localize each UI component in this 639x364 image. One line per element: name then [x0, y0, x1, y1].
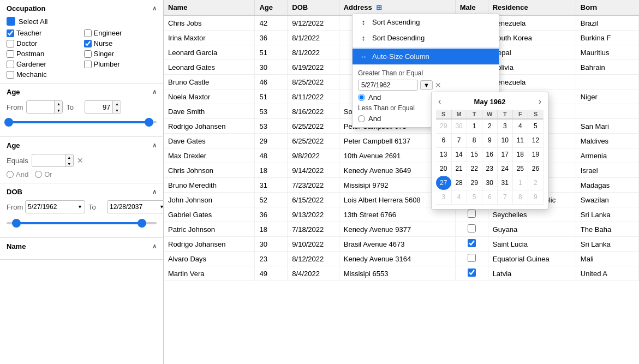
calendar-day[interactable]: 20	[436, 162, 451, 176]
postman-checkbox[interactable]	[7, 50, 14, 58]
age-to-up-arrow[interactable]: ▲	[113, 100, 121, 107]
calendar-day[interactable]: 3	[436, 190, 451, 204]
filter-and-radio-2[interactable]	[358, 115, 365, 122]
greater-than-clear-btn[interactable]: ✕	[435, 81, 441, 89]
calendar-day[interactable]: 2	[482, 119, 497, 133]
calendar-day[interactable]: 5	[528, 119, 543, 133]
gardener-checkbox[interactable]	[7, 61, 14, 68]
dob-section-header[interactable]: DOB ∧	[7, 188, 157, 196]
cell-male[interactable]	[455, 252, 488, 266]
col-name[interactable]: Name	[164, 0, 255, 15]
and-radio[interactable]	[7, 171, 14, 178]
occupation-section-header[interactable]: Occupation ∧	[7, 4, 157, 13]
age-slider-left-thumb[interactable]	[4, 118, 13, 127]
calendar-day[interactable]: 3	[497, 119, 512, 133]
auto-size-column-item[interactable]: ↔ Auto-Size Column	[353, 49, 499, 64]
male-checkbox[interactable]	[468, 224, 476, 232]
greater-than-dropdown-btn[interactable]: ▼	[420, 80, 433, 90]
calendar-day[interactable]: 9	[528, 190, 543, 204]
or-radio-item[interactable]: Or	[35, 170, 52, 178]
age-from-up-arrow[interactable]: ▲	[55, 100, 62, 107]
calendar-day[interactable]: 27	[436, 176, 451, 190]
male-checkbox[interactable]	[468, 268, 476, 277]
age-from-input[interactable]	[27, 103, 54, 111]
dob-from-select[interactable]: 5/27/1962 ▼	[25, 200, 85, 213]
calendar-day[interactable]: 6	[482, 190, 497, 204]
dob-range-slider[interactable]	[7, 218, 157, 229]
col-residence[interactable]: Residence	[488, 0, 576, 15]
calendar-prev-btn[interactable]: ‹	[436, 97, 443, 106]
calendar-day[interactable]: 15	[467, 147, 482, 162]
equals-down-arrow[interactable]: ▼	[65, 160, 73, 167]
calendar-day[interactable]: 14	[451, 147, 467, 162]
checkbox-singer[interactable]: Singer	[84, 50, 157, 58]
calendar-day[interactable]: 12	[528, 133, 543, 147]
checkbox-engineer[interactable]: Engineer	[84, 29, 157, 37]
singer-checkbox[interactable]	[84, 50, 92, 58]
col-male[interactable]: Male	[455, 0, 488, 15]
name-section-header[interactable]: Name ∧	[7, 242, 157, 250]
age-slider-right-thumb[interactable]	[145, 118, 153, 127]
calendar-day[interactable]: 11	[512, 133, 528, 147]
age-to-input[interactable]	[85, 103, 112, 111]
male-checkbox[interactable]	[468, 210, 476, 218]
checkbox-gardener[interactable]: Gardener	[7, 60, 80, 68]
equals-up-arrow[interactable]: ▲	[65, 154, 73, 160]
male-checkbox[interactable]	[468, 239, 476, 247]
calendar-day[interactable]: 25	[512, 162, 528, 176]
col-age[interactable]: Age	[255, 0, 288, 15]
calendar-day[interactable]: 16	[482, 147, 497, 162]
calendar-day[interactable]: 19	[528, 147, 543, 162]
checkbox-teacher[interactable]: Teacher	[7, 29, 80, 37]
calendar-day[interactable]: 4	[512, 119, 528, 133]
calendar-day[interactable]: 23	[482, 162, 497, 176]
filter-and-radio[interactable]	[358, 94, 365, 101]
age-to-down-arrow[interactable]: ▼	[113, 107, 121, 114]
calendar-day[interactable]: 22	[467, 162, 482, 176]
cell-male[interactable]	[455, 266, 488, 281]
calendar-day[interactable]: 10	[497, 133, 512, 147]
checkbox-postman[interactable]: Postman	[7, 50, 80, 58]
calendar-next-btn[interactable]: ›	[536, 97, 544, 106]
teacher-checkbox[interactable]	[7, 29, 14, 37]
age-equals-header[interactable]: Age ∧	[7, 141, 157, 150]
calendar-day[interactable]: 7	[451, 133, 467, 147]
dob-slider-left-thumb[interactable]	[12, 219, 21, 228]
checkbox-plumber[interactable]: Plumber	[84, 60, 157, 68]
mechanic-checkbox[interactable]	[7, 71, 14, 79]
calendar-day[interactable]: 30	[482, 176, 497, 190]
calendar-day[interactable]: 13	[436, 147, 451, 162]
greater-than-input[interactable]	[358, 80, 418, 91]
calendar-day[interactable]: 29	[436, 119, 451, 133]
cell-male[interactable]	[455, 207, 488, 222]
equals-clear-button[interactable]: ✕	[77, 156, 83, 165]
calendar-day[interactable]: 2	[528, 176, 543, 190]
calendar-day[interactable]: 30	[451, 119, 467, 133]
cell-male[interactable]	[455, 222, 488, 237]
calendar-day[interactable]: 8	[512, 190, 528, 204]
checkbox-doctor[interactable]: Doctor	[7, 39, 80, 47]
age-from-down-arrow[interactable]: ▼	[55, 107, 62, 114]
col-address[interactable]: Address ⊞	[339, 0, 455, 15]
and-radio-item[interactable]: And	[7, 170, 28, 178]
age-range-slider[interactable]	[7, 117, 157, 128]
calendar-day[interactable]: 29	[467, 176, 482, 190]
calendar-day[interactable]: 8	[467, 133, 482, 147]
checkbox-nurse[interactable]: Nurse	[84, 39, 157, 47]
calendar-day[interactable]: 1	[512, 176, 528, 190]
male-checkbox[interactable]	[468, 254, 476, 262]
calendar-day[interactable]: 31	[497, 176, 512, 190]
checkbox-mechanic[interactable]: Mechanic	[7, 70, 80, 79]
plumber-checkbox[interactable]	[84, 61, 92, 68]
calendar-day[interactable]: 17	[497, 147, 512, 162]
calendar-day[interactable]: 24	[497, 162, 512, 176]
doctor-checkbox[interactable]	[7, 40, 14, 47]
calendar-day[interactable]: 26	[528, 162, 543, 176]
calendar-day[interactable]: 21	[451, 162, 467, 176]
calendar-day[interactable]: 6	[436, 133, 451, 147]
or-radio[interactable]	[35, 171, 42, 178]
calendar-day[interactable]: 28	[451, 176, 467, 190]
calendar-day[interactable]: 1	[467, 119, 482, 133]
sort-descending-item[interactable]: ↕ Sort Descending	[353, 30, 499, 46]
calendar-day[interactable]: 7	[497, 190, 512, 204]
